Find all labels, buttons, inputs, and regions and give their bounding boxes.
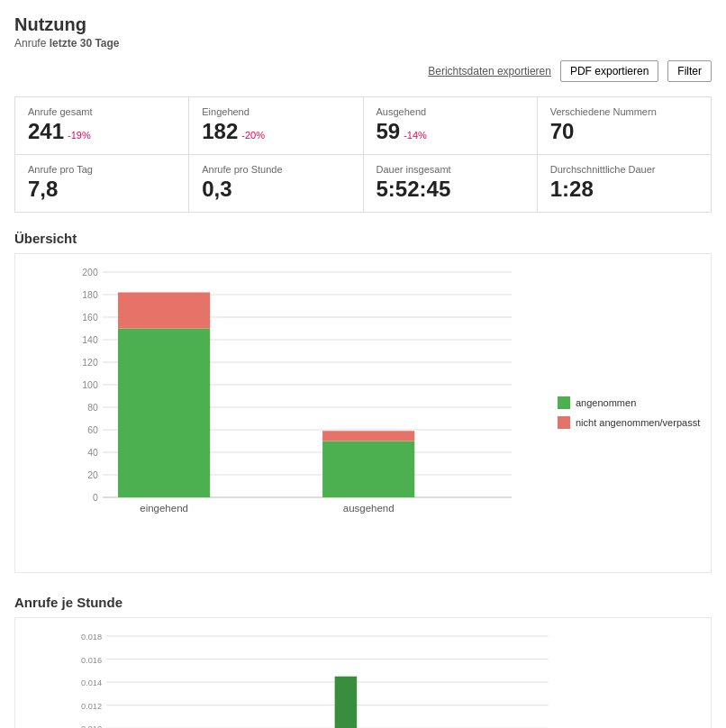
overview-chart-wrapper: Übersicht 020406080100120140160180200ein… [14,231,712,573]
stat-label: Dauer insgesamt [377,164,524,175]
svg-text:20: 20 [87,470,98,480]
export-report-link[interactable]: Berichtsdaten exportieren [428,65,551,77]
filter-button[interactable]: Filter [667,60,712,82]
stat-change: -14% [404,130,427,141]
svg-text:60: 60 [87,425,98,435]
svg-text:140: 140 [82,335,98,345]
stat-label: Anrufe pro Tag [28,164,176,175]
stat-cell-ausgehend: Ausgehend59-14% [364,97,538,155]
svg-text:0.012: 0.012 [81,701,102,710]
legend-item: angenommen [558,396,702,409]
svg-text:200: 200 [82,268,98,278]
stat-cell-verschiedene: Verschiedene Nummern70 [538,97,712,155]
overview-chart: 020406080100120140160180200eingehendausg… [14,253,712,573]
legend-label: nicht angenommen/verpasst [576,417,700,428]
stat-label: Ausgehend [377,106,524,117]
svg-text:0.014: 0.014 [81,678,102,687]
svg-text:120: 120 [82,358,98,368]
svg-text:ausgehend: ausgehend [343,503,395,514]
stat-value: 59-14% [377,119,524,145]
hourly-chart-wrapper: Anrufe je Stunde 0.0000.0020.0040.0060.0… [14,595,712,728]
stat-value: 7,8 [28,177,176,203]
toolbar: Berichtsdaten exportieren PDF exportiere… [14,60,712,82]
svg-rect-24 [118,292,210,328]
legend-label: angenommen [576,397,636,408]
page-subtitle: Anrufe letzte 30 Tage [14,37,712,50]
stat-value: 0,3 [202,177,349,203]
page-title: Nutzung [14,14,712,35]
stat-label: Eingehend [202,106,349,117]
stat-value: 182-20% [202,119,349,145]
svg-text:100: 100 [82,380,98,390]
stat-value: 1:28 [550,177,698,203]
svg-text:160: 160 [82,313,98,323]
svg-rect-26 [322,441,414,497]
stat-change: -19% [68,130,91,141]
stats-grid: Anrufe gesamt241-19%Eingehend182-20%Ausg… [14,96,712,213]
svg-text:eingehend: eingehend [140,503,188,514]
stat-change: -20% [241,130,265,141]
stat-label: Anrufe pro Stunde [202,164,349,175]
stat-label: Verschiedene Nummern [550,106,698,117]
hourly-title: Anrufe je Stunde [14,595,712,610]
svg-text:0.010: 0.010 [81,724,102,728]
stat-cell-pro-tag: Anrufe pro Tag7,8 [15,155,189,213]
stat-value: 5:52:45 [377,177,524,203]
stat-cell-dauer: Dauer insgesamt5:52:45 [364,155,538,213]
svg-text:40: 40 [87,448,98,458]
hourly-chart: 0.0000.0020.0040.0060.0080.0100.0120.014… [14,617,712,728]
stat-cell-pro-stunde: Anrufe pro Stunde0,3 [189,155,363,213]
svg-rect-61 [335,676,358,728]
hourly-legend: eingehendausgehend [567,618,711,728]
svg-rect-23 [118,328,210,497]
legend-color [558,396,570,409]
stat-cell-anrufe-gesamt: Anrufe gesamt241-19% [15,97,189,155]
stat-cell-avg-dauer: Durchschnittliche Dauer1:28 [538,155,712,213]
overview-title: Übersicht [14,231,712,246]
svg-text:0.016: 0.016 [81,655,102,664]
stat-value: 70 [550,119,698,145]
hourly-svg: 0.0000.0020.0040.0060.0080.0100.0120.014… [60,627,558,728]
overview-svg: 020406080100120140160180200eingehendausg… [60,263,531,533]
stat-cell-eingehend: Eingehend182-20% [189,97,363,155]
overview-bar-area: 020406080100120140160180200eingehendausg… [15,254,549,572]
legend-color [558,416,570,429]
stat-label: Anrufe gesamt [28,106,176,117]
svg-text:0: 0 [93,493,98,503]
hourly-bar-area: 0.0000.0020.0040.0060.0080.0100.0120.014… [15,618,567,728]
svg-rect-27 [322,431,414,441]
export-pdf-button[interactable]: PDF exportieren [560,60,658,82]
overview-legend: angenommennicht angenommen/verpasst [549,254,711,572]
svg-text:180: 180 [82,290,98,300]
legend-item: nicht angenommen/verpasst [558,416,702,429]
svg-text:80: 80 [87,403,98,413]
stat-label: Durchschnittliche Dauer [550,164,698,175]
stat-value: 241-19% [28,119,176,145]
svg-text:0.018: 0.018 [81,632,102,642]
